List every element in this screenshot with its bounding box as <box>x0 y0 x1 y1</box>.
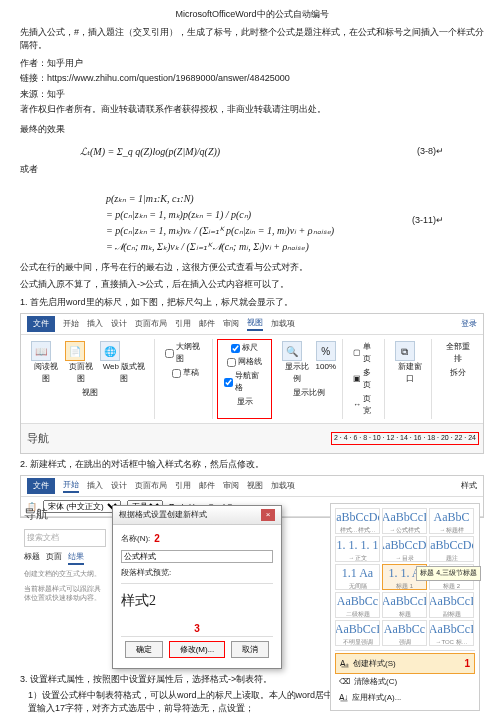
tab-view[interactable]: 视图 <box>247 317 263 331</box>
apply-icon: A͟↓ <box>339 692 348 704</box>
annotation-1: 1 <box>464 656 470 671</box>
tab2-file[interactable]: 文件 <box>27 478 55 494</box>
nav-tab-pages[interactable]: 页面 <box>46 551 62 565</box>
style-tooltip: 标题 4,三级节标题 <box>416 566 481 581</box>
grid-check[interactable]: 网格线 <box>227 356 262 368</box>
close-icon[interactable]: × <box>261 509 275 521</box>
style-cell[interactable]: 1.1 Aa无间隔 <box>335 564 380 590</box>
read-view-icon[interactable]: 📖 <box>31 341 51 361</box>
style-cell[interactable]: AaBbCcI不明显强调 <box>335 620 380 646</box>
ruler-check[interactable]: 标尺 <box>231 342 258 354</box>
styles-gallery: AaBbCcDdI样式…样式…AaBbCcI→公式样式AaBbC→标题样1. 1… <box>330 503 480 711</box>
page-view-icon[interactable]: 📄 <box>65 341 85 361</box>
style-preview: 样式2 <box>121 583 273 617</box>
tab2-home[interactable]: 开始 <box>63 479 79 493</box>
or-label: 或者 <box>20 163 484 177</box>
page-width[interactable]: ↔ 页宽 <box>353 393 378 417</box>
tab2-insert[interactable]: 插入 <box>87 480 103 492</box>
tab2-design[interactable]: 设计 <box>111 480 127 492</box>
tab-mail[interactable]: 邮件 <box>199 318 215 330</box>
draft-view-check[interactable]: 草稿 <box>172 367 199 379</box>
eraser-icon: ⌫ <box>339 676 350 688</box>
annotation-3: 3 <box>194 623 200 634</box>
login-link[interactable]: 登录 <box>461 318 477 330</box>
tab-home[interactable]: 开始 <box>63 318 79 330</box>
zoom-group-label: 显示比例 <box>293 387 325 399</box>
doc-title: MicrosoftOfficeWord中的公式自动编号 <box>20 8 484 22</box>
author: 作者：知乎用户 <box>20 57 484 71</box>
view-group-label: 视图 <box>82 387 98 399</box>
nav-note-2: 当前标题样式可以跟踪具体位置或快速移动内容。 <box>24 584 106 602</box>
equation-1-number: (3-8)↵ <box>417 145 444 159</box>
nav-search-input[interactable]: 搜索文档 <box>24 529 106 547</box>
style-cell[interactable]: AaBbCcDd→目录 <box>382 536 427 562</box>
style-name-input[interactable] <box>121 550 273 563</box>
preview-label: 段落样式预览: <box>121 567 273 579</box>
style-cell[interactable]: AaBbCcDdI题注 <box>429 536 474 562</box>
tab2-review[interactable]: 审阅 <box>223 480 239 492</box>
tab-references[interactable]: 引用 <box>175 318 191 330</box>
web-view-icon[interactable]: 🌐 <box>100 341 120 361</box>
nav-pane-check[interactable]: 导航窗格 <box>224 370 265 394</box>
nav-header: 导航 <box>25 426 51 451</box>
style-cell[interactable]: AaBbCcDdI样式…样式… <box>335 508 380 534</box>
ruler-marks: 2 · 4 · 6 · 8 · 10 · 12 · 14 · 16 · 18 ·… <box>331 432 479 445</box>
zoom-100-icon[interactable]: % <box>316 341 336 361</box>
tab-review[interactable]: 审阅 <box>223 318 239 330</box>
nav-title: 导航 <box>24 505 106 523</box>
tab2-mail[interactable]: 邮件 <box>199 480 215 492</box>
tab-file[interactable]: 文件 <box>27 316 55 332</box>
create-style-menu[interactable]: A͟₊ 创建样式(S) 1 <box>335 653 475 674</box>
tab-layout[interactable]: 页面布局 <box>135 318 167 330</box>
style-cell[interactable]: AaBbCcI→公式样式 <box>382 508 427 534</box>
split-button[interactable]: 拆分 <box>450 367 466 379</box>
new-style-dialog: 根据格式设置创建新样式 × 名称(N): 2 段落样式预览: 样式2 3 确定 … <box>112 505 282 669</box>
step-2: 2. 新建样式，在跳出的对话框中输入样式名称，然后点修改。 <box>20 458 484 472</box>
nav-note-1: 创建文档的交互式大纲。 <box>24 569 106 578</box>
ok-button[interactable]: 确定 <box>125 641 163 658</box>
modify-button[interactable]: 修改(M)... <box>169 641 226 658</box>
style-cell[interactable]: AaBbCc二级标题 <box>335 592 380 618</box>
name-label: 名称(N): <box>121 533 150 545</box>
tab-design[interactable]: 设计 <box>111 318 127 330</box>
style-cell[interactable]: AaBbCcI副标题 <box>429 592 474 618</box>
show-group-label: 显示 <box>237 396 253 408</box>
source-link: 链接：https://www.zhihu.com/question/196890… <box>20 72 484 86</box>
tab-addons[interactable]: 加载项 <box>271 318 295 330</box>
style-cell[interactable]: AaBbCcI标题 <box>382 592 427 618</box>
arrange-button[interactable]: 全部重排 <box>442 341 473 365</box>
navigation-pane: 导航 搜索文档 标题 页面 结果 创建文档的交互式大纲。 当前标题样式可以跟踪具… <box>20 501 110 606</box>
style-cell[interactable]: 1. 1. 1. 1→正文 <box>335 536 380 562</box>
zoom-icon[interactable]: 🔍 <box>282 341 302 361</box>
cancel-button[interactable]: 取消 <box>231 641 269 658</box>
word-ribbon-view: 文件 开始 插入 设计 页面布局 引用 邮件 审阅 视图 加载项 登录 📖阅读视… <box>20 313 484 454</box>
tab2-addons[interactable]: 加载项 <box>271 480 295 492</box>
source: 来源：知乎 <box>20 88 484 102</box>
nav-tab-results[interactable]: 结果 <box>68 551 84 565</box>
tab2-layout[interactable]: 页面布局 <box>135 480 167 492</box>
new-window-icon[interactable]: ⧉ <box>395 341 415 361</box>
tab2-view[interactable]: 视图 <box>247 480 263 492</box>
style-cell[interactable]: AaBbC→标题样 <box>429 508 474 534</box>
apply-style-menu[interactable]: A͟↓ 应用样式(A)... <box>335 690 475 706</box>
tab-insert[interactable]: 插入 <box>87 318 103 330</box>
multi-page[interactable]: ▣ 多页 <box>353 367 378 391</box>
single-page[interactable]: ▢ 单页 <box>353 341 378 365</box>
step-1: 1. 首先启用word里的标尺，如下图，把标尺勾上，标尺就会显示了。 <box>20 296 484 310</box>
tab2-references[interactable]: 引用 <box>175 480 191 492</box>
copyright: 著作权归作者所有。商业转载请联系作者获得授权，非商业转载请注明出处。 <box>20 103 484 117</box>
nav-tab-headings[interactable]: 标题 <box>24 551 40 565</box>
outline-view-check[interactable]: 大纲视图 <box>165 341 206 365</box>
equation-2: p(zₖₙ = 1|m₁:K, c₁:N) = p(cₙ|zₖₙ = 1, mₖ… <box>106 191 386 255</box>
intro-text: 先插入公式，#，插入题注（交叉引用），生成了标号，此时整个公式是题注样式，在公式… <box>20 26 484 53</box>
clear-format-menu[interactable]: ⌫ 清除格式(C) <box>335 674 475 690</box>
after-eq-text2: 公式插入原不算了，直接插入->公式，后在插入公式内容框可以了。 <box>20 278 484 292</box>
style-cell[interactable]: AaBbCcI→TOC 标… <box>429 620 474 646</box>
dialog-title: 根据格式设置创建新样式 <box>119 509 207 521</box>
equation-2-number: (3-11)↵ <box>412 214 444 228</box>
annotation-2: 2 <box>154 531 160 546</box>
style-cell[interactable]: AaBbCc强调 <box>382 620 427 646</box>
equation-1: ℒₜ(M) = Σ_q q(Z)log(p(Z|M)/q(Z)) <box>80 144 220 159</box>
after-eq-text: 公式在行的最中间，序号在行的最右边，这很方便公式查看与公式对齐。 <box>20 261 484 275</box>
plus-icon: A͟₊ <box>340 658 349 670</box>
